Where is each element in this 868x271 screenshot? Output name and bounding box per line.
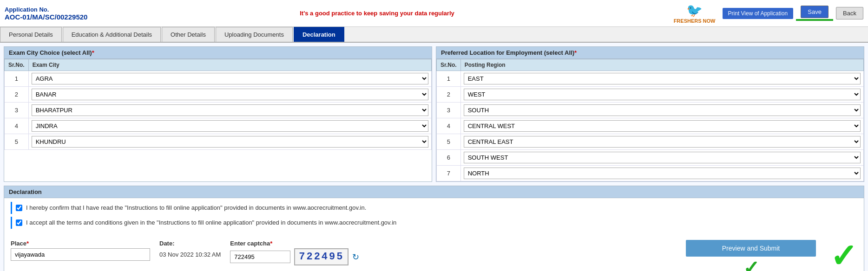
exam-city-srno: 4 [5, 118, 29, 134]
print-view-button[interactable]: Print View of Application [723, 8, 794, 19]
checkmark-icon: ✓ [743, 258, 759, 271]
logo-area: 🐦 FRESHERS NOW [667, 3, 723, 24]
logo-text: FRESHERS NOW [667, 18, 723, 24]
pref-loc-select-cell: EASTWESTSOUTHCENTRAL WESTCENTRAL EASTSOU… [460, 166, 863, 181]
date-label: Date: [159, 240, 221, 247]
table-row: 5 EASTWESTSOUTHCENTRAL WESTCENTRAL EASTS… [437, 134, 864, 150]
place-input[interactable] [11, 248, 150, 261]
pref-loc-select[interactable]: EASTWESTSOUTHCENTRAL WESTCENTRAL EASTSOU… [464, 168, 861, 179]
captcha-row: 722495 ↻ [230, 248, 359, 265]
table-row: 3 EASTWESTSOUTHCENTRAL WESTCENTRAL EASTS… [437, 103, 864, 118]
header-buttons: Print View of Application Save Back [723, 6, 863, 21]
exam-city-section: Exam City Choice (select All)* Sr.No. Ex… [4, 46, 432, 182]
exam-city-srno: 1 [5, 71, 29, 87]
table-row: 1 AGRABANARBHARATPURJINDRAKHUNDRUDELHIMU… [5, 71, 432, 87]
preferred-location-header: Preferred Location for Employment (selec… [436, 47, 864, 59]
declaration-line-1: I hereby confirm that I have read the "I… [11, 202, 857, 214]
pref-loc-select-cell: EASTWESTSOUTHCENTRAL WESTCENTRAL EASTSOU… [460, 150, 863, 166]
back-button[interactable]: Back [836, 7, 863, 19]
save-button[interactable]: Save [801, 6, 829, 18]
exam-city-select[interactable]: AGRABANARBHARATPURJINDRAKHUNDRUDELHIMUMB… [32, 89, 428, 100]
exam-city-col-srno: Sr.No. [5, 59, 29, 71]
declaration-line-2: I accept all the terms and conditions gi… [11, 217, 857, 229]
app-no-value: AOC-01/MA/SC/00229520 [5, 13, 87, 21]
exam-city-col-city: Exam City [28, 59, 431, 71]
tab-education-additional-details[interactable]: Education & Additional Details [63, 27, 161, 42]
table-row: 3 AGRABANARBHARATPURJINDRAKHUNDRUDELHIMU… [5, 103, 432, 118]
pref-loc-select[interactable]: EASTWESTSOUTHCENTRAL WESTCENTRAL EASTSOU… [464, 136, 861, 148]
pref-loc-srno: 5 [437, 134, 461, 150]
table-row: 2 AGRABANARBHARATPURJINDRAKHUNDRUDELHIMU… [5, 87, 432, 103]
place-label: Place* [11, 240, 150, 247]
pref-loc-select-cell: EASTWESTSOUTHCENTRAL WESTCENTRAL EASTSOU… [460, 118, 863, 134]
two-column-layout: Exam City Choice (select All)* Sr.No. Ex… [4, 46, 864, 182]
date-value: 03 Nov 2022 10:32 AM [159, 248, 221, 258]
pref-loc-select-cell: EASTWESTSOUTHCENTRAL WESTCENTRAL EASTSOU… [460, 103, 863, 118]
large-checkmark-decoration: ✓ [830, 240, 857, 271]
declaration-text-2: I accept all the terms and conditions gi… [26, 219, 396, 227]
table-row: 1 EASTWESTSOUTHCENTRAL WESTCENTRAL EASTS… [437, 71, 864, 87]
save-progress-fill [796, 19, 833, 21]
table-row: 4 EASTWESTSOUTHCENTRAL WESTCENTRAL EASTS… [437, 118, 864, 134]
exam-city-table: Sr.No. Exam City 1 AGRABANARBHARATPURJIN… [4, 59, 432, 150]
table-row: 7 EASTWESTSOUTHCENTRAL WESTCENTRAL EASTS… [437, 166, 864, 181]
exam-city-select-cell: AGRABANARBHARATPURJINDRAKHUNDRUDELHIMUMB… [28, 71, 431, 87]
pref-loc-srno: 7 [437, 166, 461, 181]
preview-submit-button[interactable]: Preview and Submit [686, 240, 816, 257]
declaration-body: I hereby confirm that I have read the "I… [4, 198, 864, 235]
exam-city-header: Exam City Choice (select All)* [4, 47, 432, 59]
captcha-input[interactable] [230, 251, 290, 263]
exam-city-select[interactable]: AGRABANARBHARATPURJINDRAKHUNDRUDELHIMUMB… [32, 73, 428, 84]
pref-loc-select[interactable]: EASTWESTSOUTHCENTRAL WESTCENTRAL EASTSOU… [464, 120, 861, 132]
save-progress-bar [796, 19, 833, 21]
submit-area: Preview and Submit ✓ [686, 240, 816, 271]
main-content: Exam City Choice (select All)* Sr.No. Ex… [0, 43, 868, 271]
exam-city-select-cell: AGRABANARBHARATPURJINDRAKHUNDRUDELHIMUMB… [28, 118, 431, 134]
captcha-label: Enter captcha* [230, 240, 359, 247]
exam-city-select[interactable]: AGRABANARBHARATPURJINDRAKHUNDRUDELHIMUMB… [32, 120, 428, 132]
exam-city-srno: 3 [5, 103, 29, 118]
tab-declaration[interactable]: Declaration [294, 27, 344, 42]
exam-city-select[interactable]: AGRABANARBHARATPURJINDRAKHUNDRUDELHIMUMB… [32, 104, 428, 116]
pref-loc-select-cell: EASTWESTSOUTHCENTRAL WESTCENTRAL EASTSOU… [460, 134, 863, 150]
pref-loc-srno: 3 [437, 103, 461, 118]
pref-loc-select-cell: EASTWESTSOUTHCENTRAL WESTCENTRAL EASTSOU… [460, 87, 863, 103]
tab-uploading-documents[interactable]: Uploading Documents [216, 27, 293, 42]
place-field-group: Place* [11, 240, 150, 261]
preferred-location-section: Preferred Location for Employment (selec… [436, 46, 864, 182]
tab-bar: Personal Details Education & Additional … [0, 27, 868, 43]
app-no-label: Application No. [5, 6, 87, 13]
date-field-group: Date: 03 Nov 2022 10:32 AM [159, 240, 221, 258]
exam-city-srno: 5 [5, 134, 29, 150]
preferred-col-srno: Sr.No. [437, 59, 461, 71]
preferred-col-region: Posting Region [460, 59, 863, 71]
pref-loc-select[interactable]: EASTWESTSOUTHCENTRAL WESTCENTRAL EASTSOU… [464, 73, 861, 84]
pref-loc-srno: 2 [437, 87, 461, 103]
exam-city-select-cell: AGRABANARBHARATPURJINDRAKHUNDRUDELHIMUMB… [28, 103, 431, 118]
tab-other-details[interactable]: Other Details [162, 27, 215, 42]
logo-bird-icon: 🐦 [667, 3, 723, 18]
pref-loc-select[interactable]: EASTWESTSOUTHCENTRAL WESTCENTRAL EASTSOU… [464, 152, 861, 163]
footer-row: Place* Date: 03 Nov 2022 10:32 AM Enter … [4, 235, 864, 271]
tab-personal-details[interactable]: Personal Details [0, 27, 62, 42]
captcha-refresh-icon[interactable]: ↻ [352, 252, 359, 262]
captcha-image: 722495 [294, 248, 349, 265]
declaration-checkbox-1[interactable] [16, 205, 22, 211]
table-row: 5 AGRABANARBHARATPURJINDRAKHUNDRUDELHIMU… [5, 134, 432, 150]
pref-loc-srno: 4 [437, 118, 461, 134]
header: Application No. AOC-01/MA/SC/00229520 It… [0, 0, 868, 27]
captcha-group: Enter captcha* 722495 ↻ [230, 240, 359, 265]
declaration-header: Declaration [4, 186, 864, 198]
declaration-text-1: I hereby confirm that I have read the "I… [26, 204, 366, 212]
pref-loc-select[interactable]: EASTWESTSOUTHCENTRAL WESTCENTRAL EASTSOU… [464, 89, 861, 100]
pref-loc-select-cell: EASTWESTSOUTHCENTRAL WESTCENTRAL EASTSOU… [460, 71, 863, 87]
pref-loc-srno: 6 [437, 150, 461, 166]
exam-city-select[interactable]: AGRABANARBHARATPURJINDRAKHUNDRUDELHIMUMB… [32, 136, 428, 148]
table-row: 2 EASTWESTSOUTHCENTRAL WESTCENTRAL EASTS… [437, 87, 864, 103]
pref-loc-select[interactable]: EASTWESTSOUTHCENTRAL WESTCENTRAL EASTSOU… [464, 104, 861, 116]
declaration-checkbox-2[interactable] [16, 219, 22, 226]
table-row: 4 AGRABANARBHARATPURJINDRAKHUNDRUDELHIMU… [5, 118, 432, 134]
exam-city-select-cell: AGRABANARBHARATPURJINDRAKHUNDRUDELHIMUMB… [28, 87, 431, 103]
exam-city-srno: 2 [5, 87, 29, 103]
declaration-section: Declaration I hereby confirm that I have… [4, 186, 864, 271]
